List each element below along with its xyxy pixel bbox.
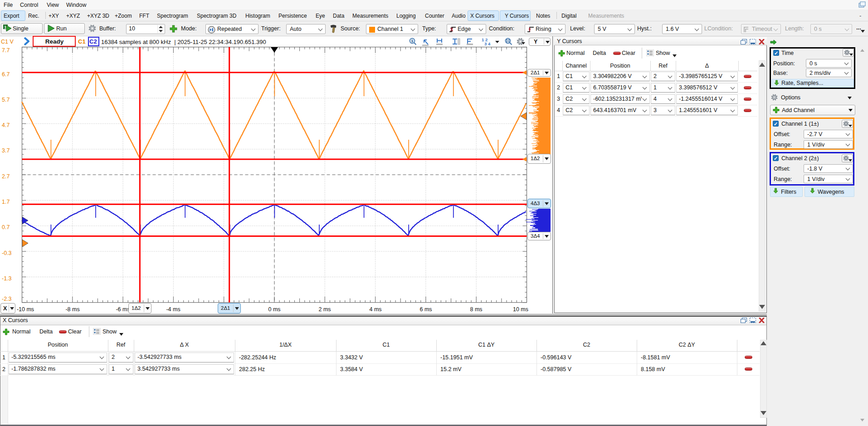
svg-text:4.7: 4.7 [2, 122, 10, 128]
svg-text:-0.3: -0.3 [2, 250, 12, 256]
svg-text:2 ms: 2 ms [318, 306, 331, 313]
svg-text:-2.3: -2.3 [2, 296, 12, 302]
svg-text:0.7: 0.7 [2, 224, 10, 230]
svg-text:8 ms: 8 ms [470, 306, 482, 313]
svg-text:1.7: 1.7 [2, 199, 10, 205]
svg-text:-1.3: -1.3 [2, 275, 12, 282]
svg-text:5.7: 5.7 [2, 97, 10, 103]
svg-text:4 ms: 4 ms [369, 306, 381, 313]
svg-text:-4 ms: -4 ms [166, 306, 180, 313]
svg-text:0 ms: 0 ms [268, 306, 280, 313]
svg-text:6.7: 6.7 [2, 71, 10, 78]
svg-text:3.7: 3.7 [2, 147, 10, 154]
svg-text:-10 ms: -10 ms [17, 306, 34, 313]
svg-text:10 ms: 10 ms [513, 306, 528, 313]
svg-text:7.7: 7.7 [2, 47, 10, 54]
svg-text:2.7: 2.7 [2, 173, 10, 180]
svg-text:-6 ms: -6 ms [116, 306, 130, 313]
svg-text:6 ms: 6 ms [419, 306, 432, 313]
svg-text:-8 ms: -8 ms [65, 306, 79, 313]
